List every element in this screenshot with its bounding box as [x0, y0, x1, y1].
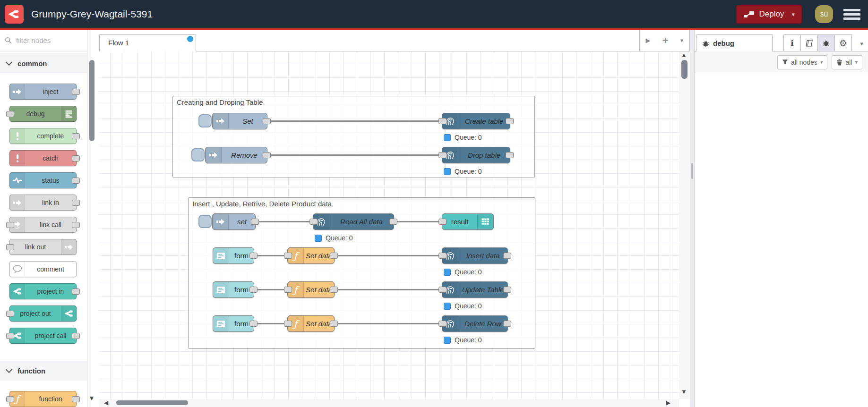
flow-node-function-set-data[interactable]: ƒSet data — [287, 315, 335, 332]
debug-message-list[interactable] — [695, 73, 868, 407]
input-port[interactable] — [6, 333, 14, 339]
flow-node-function-set-data[interactable]: ƒSet data — [287, 281, 335, 298]
output-port[interactable] — [249, 253, 258, 259]
debug-filter-button[interactable]: all nodes ▾ — [777, 55, 828, 69]
input-port[interactable] — [438, 253, 447, 259]
vertical-scrollbar-thumb[interactable] — [681, 60, 688, 79]
input-port[interactable] — [438, 219, 447, 225]
output-port[interactable] — [263, 118, 271, 124]
palette-node-debug[interactable]: debug — [9, 106, 77, 122]
palette-category-common[interactable]: common — [0, 53, 87, 73]
tab-flow-1[interactable]: Flow 1 — [99, 34, 196, 51]
output-port[interactable] — [503, 253, 511, 259]
input-port[interactable] — [309, 219, 318, 225]
output-port[interactable] — [389, 219, 397, 225]
flow-node-postgres-insert-data[interactable]: Insert data — [442, 247, 508, 264]
main-menu-button[interactable] — [843, 7, 860, 22]
palette-node-project-call[interactable]: project call — [9, 328, 77, 344]
scroll-up-icon[interactable]: ▲ — [681, 51, 687, 59]
palette-node-project-out[interactable]: project out — [9, 305, 77, 322]
output-port[interactable] — [506, 118, 514, 124]
palette-node-status[interactable]: status — [9, 172, 77, 188]
flow-node-form-form[interactable]: form — [213, 281, 254, 298]
horizontal-scrollbar-thumb[interactable] — [116, 400, 188, 405]
flow-node-postgres-update-table[interactable]: Update Table — [442, 281, 508, 298]
scroll-right-icon[interactable]: ▶ — [666, 399, 670, 406]
flow-node-inject-set[interactable]: set — [212, 213, 256, 230]
flow-node-inject-remove[interactable]: Remove — [205, 147, 267, 163]
separator-grip[interactable] — [691, 163, 693, 179]
flow-canvas[interactable]: Creating and Droping TableInsert , Updat… — [99, 51, 679, 399]
output-port[interactable] — [506, 152, 514, 158]
flow-node-form-form[interactable]: form — [213, 315, 254, 332]
palette-node-link-out[interactable]: link out — [9, 239, 77, 255]
input-port[interactable] — [438, 287, 447, 293]
output-port[interactable] — [72, 333, 80, 339]
flow-node-inject-set[interactable]: Set — [212, 113, 267, 129]
palette-node-catch[interactable]: catch — [9, 150, 77, 166]
input-port[interactable] — [438, 152, 447, 158]
palette-node-link-call[interactable]: link call — [9, 217, 77, 233]
sidebar-separator[interactable] — [690, 30, 695, 407]
flow-node-postgres-create-table[interactable]: Create table — [442, 113, 510, 129]
input-port[interactable] — [6, 244, 14, 250]
palette-scroll-down-icon[interactable]: ▼ — [88, 394, 95, 402]
wire[interactable] — [335, 323, 442, 324]
input-port[interactable] — [6, 311, 14, 317]
input-port[interactable] — [6, 222, 14, 228]
deploy-button[interactable]: Deploy ▾ — [736, 5, 802, 24]
input-port[interactable] — [284, 287, 292, 293]
palette-node-comment[interactable]: comment — [9, 261, 77, 277]
palette-category-function[interactable]: function — [0, 361, 87, 381]
wire[interactable] — [335, 255, 442, 256]
output-port[interactable] — [503, 287, 511, 293]
canvas-vertical-scrollbar[interactable]: ▲ ▼ — [679, 51, 690, 399]
output-port[interactable] — [330, 321, 338, 327]
output-port[interactable] — [330, 287, 338, 293]
wire[interactable] — [394, 221, 442, 222]
output-port[interactable] — [249, 321, 258, 327]
input-port[interactable] — [6, 396, 14, 402]
flow-node-form-form[interactable]: form — [213, 247, 254, 264]
flow-node-table-result[interactable]: result — [442, 213, 494, 230]
flow-node-function-set-data[interactable]: ƒSet data — [287, 247, 335, 264]
debug-tab-button[interactable] — [817, 34, 835, 51]
output-port[interactable] — [251, 219, 259, 225]
output-port[interactable] — [72, 155, 80, 161]
palette-node-project-in[interactable]: project in — [9, 283, 77, 299]
wire[interactable] — [254, 323, 287, 324]
input-port[interactable] — [284, 253, 292, 259]
output-port[interactable] — [330, 253, 338, 259]
scroll-down-icon[interactable]: ▼ — [681, 388, 687, 395]
output-port[interactable] — [72, 396, 80, 402]
inject-button[interactable] — [191, 148, 205, 161]
deploy-caret-icon[interactable]: ▾ — [791, 11, 795, 18]
palette-node-inject[interactable]: inject — [9, 84, 77, 100]
input-port[interactable] — [284, 321, 292, 327]
output-port[interactable] — [72, 222, 80, 228]
palette-node-complete[interactable]: complete — [9, 128, 77, 144]
info-tab-button[interactable]: i — [783, 34, 801, 51]
wire[interactable] — [267, 120, 439, 122]
flow-list-button[interactable]: ▾ — [680, 37, 684, 43]
config-tab-button[interactable]: ⚙ — [834, 34, 852, 51]
scroll-left-icon[interactable]: ◀ — [104, 399, 108, 406]
inject-button[interactable] — [198, 114, 212, 127]
debug-clear-button[interactable]: all ▾ — [832, 55, 862, 69]
canvas-horizontal-scrollbar[interactable]: ◀ ▶ — [99, 399, 679, 407]
sidebar-menu-caret-icon[interactable]: ▾ — [860, 40, 863, 47]
output-port[interactable] — [72, 288, 80, 295]
palette-node-function[interactable]: ƒfunction — [9, 391, 77, 407]
palette-node-link-in[interactable]: link in — [9, 195, 77, 211]
output-port[interactable] — [249, 287, 258, 293]
flow-node-postgres-read-all-data[interactable]: Read All data — [313, 213, 394, 230]
help-tab-button[interactable] — [800, 34, 818, 51]
input-port[interactable] — [6, 111, 14, 117]
output-port[interactable] — [72, 89, 80, 95]
input-port[interactable] — [438, 321, 447, 327]
flow-node-postgres-drop-table[interactable]: Drop table — [442, 147, 510, 163]
wire[interactable] — [254, 289, 287, 290]
input-port[interactable] — [438, 118, 447, 124]
next-tab-button[interactable]: ▶ — [646, 37, 651, 43]
palette-filter-input[interactable] — [15, 36, 83, 45]
